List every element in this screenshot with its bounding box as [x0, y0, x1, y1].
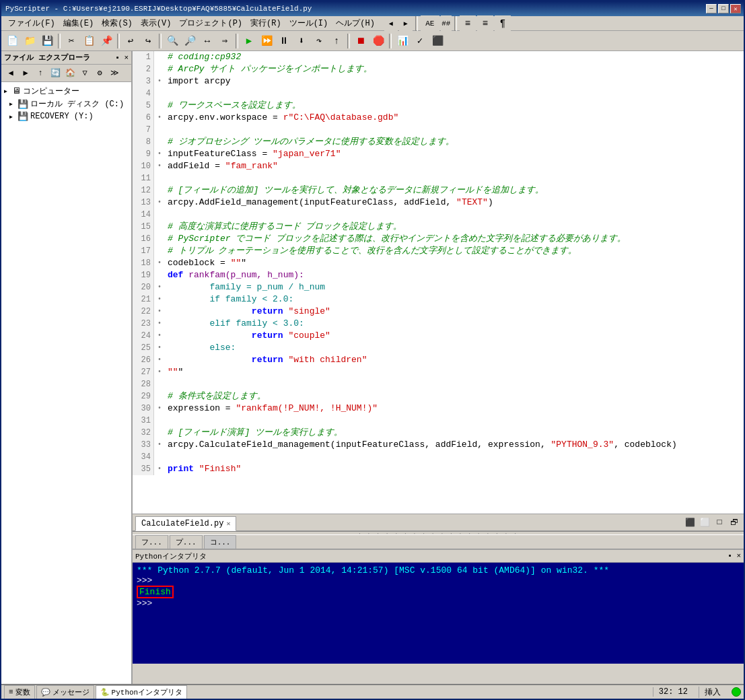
- tb-open[interactable]: 📁: [22, 33, 38, 49]
- status-tab-python[interactable]: 🐍 Pythonインタプリタ: [96, 685, 188, 699]
- fe-more2[interactable]: ≫: [108, 67, 121, 80]
- tb-step[interactable]: ⬇: [293, 33, 310, 49]
- tree-item-recovery[interactable]: ▶ 💾 RECOVERY (Y:): [1, 110, 131, 123]
- line-content-11: [165, 172, 744, 184]
- menu-view[interactable]: 表示(V): [137, 16, 176, 30]
- tb-goto[interactable]: ⇒: [217, 33, 233, 49]
- line-number-1: 1: [133, 51, 154, 63]
- code-line-20: 20• family = p_num / h_num: [133, 281, 744, 293]
- code-line-35: 35•print "Finish": [133, 463, 744, 475]
- tb-paste[interactable]: 📌: [98, 33, 114, 49]
- line-bullet-6: •: [154, 112, 165, 124]
- toolbar-btn-list1[interactable]: ≡: [460, 15, 476, 32]
- tb-stop[interactable]: ⏹: [353, 33, 369, 49]
- line-content-33: arcpy.CalculateField_management(inputFea…: [165, 439, 744, 451]
- menu-project[interactable]: プロジェクト(P): [175, 16, 246, 30]
- tb-redo[interactable]: ↪: [140, 33, 156, 49]
- close-button[interactable]: ✕: [730, 4, 741, 13]
- python-console[interactable]: *** Python 2.7.7 (default, Jun 1 2014, 1…: [133, 563, 744, 664]
- menu-help[interactable]: ヘルプ(H): [332, 16, 379, 30]
- python-console-pin[interactable]: ▪ ×: [728, 552, 741, 560]
- fe-filter[interactable]: ▽: [78, 67, 92, 80]
- line-number-13: 13: [133, 197, 154, 209]
- tb-debug[interactable]: ⏩: [258, 33, 275, 49]
- editor-panel-btn-2[interactable]: ⬜: [698, 516, 711, 529]
- fe-refresh[interactable]: 🔄: [48, 67, 62, 80]
- editor-panel-btn-3[interactable]: □: [713, 516, 726, 529]
- tb-copy[interactable]: 📋: [81, 33, 97, 49]
- nav-forward-button[interactable]: ▶: [399, 16, 413, 31]
- toolbar-btn-b[interactable]: ##: [441, 15, 452, 32]
- tb-sep-6: [389, 34, 392, 48]
- code-line-29: 29# 条件式を設定します。: [133, 390, 744, 403]
- tb-more[interactable]: ⬛: [429, 33, 446, 49]
- code-line-18: 18•codeblock = """: [133, 257, 744, 269]
- line-content-3: import arcpy: [165, 75, 744, 88]
- tb-search2[interactable]: 🔎: [182, 33, 198, 49]
- tb-stop2[interactable]: 🛑: [370, 33, 386, 49]
- status-tab-variables[interactable]: ≡ 変数: [4, 685, 35, 699]
- bottom-tab-p[interactable]: プ...: [170, 535, 203, 549]
- menu-run[interactable]: 実行(R): [246, 16, 285, 30]
- fe-back[interactable]: ◀: [4, 67, 17, 80]
- fe-forward[interactable]: ▶: [19, 67, 32, 80]
- tree-item-computer[interactable]: ▶ 🖥 コンピューター: [1, 85, 131, 98]
- tree-toggle-computer[interactable]: ▶: [4, 88, 12, 94]
- line-content-14: [165, 209, 744, 221]
- tb-pause[interactable]: ⏸: [276, 33, 292, 49]
- menu-edit[interactable]: 編集(E): [59, 16, 98, 30]
- file-explorer-pin[interactable]: ▪ ×: [115, 54, 129, 62]
- line-number-9: 9: [133, 148, 154, 160]
- line-bullet-20: •: [154, 281, 165, 293]
- fe-home[interactable]: 🏠: [63, 67, 77, 80]
- bottom-tab-f[interactable]: フ...: [135, 535, 168, 549]
- toolbar-btn-a[interactable]: AE: [421, 15, 439, 32]
- tb-profile[interactable]: 📊: [394, 33, 411, 49]
- tab-close-icon[interactable]: ✕: [226, 520, 230, 528]
- toolbar-btn-list2[interactable]: ≡: [477, 15, 493, 32]
- title-bar-buttons: — □ ✕: [706, 4, 741, 13]
- tree-toggle-local-c[interactable]: ▶: [9, 101, 17, 107]
- file-explorer-header: ファイル エクスプローラ ▪ ×: [1, 51, 131, 65]
- fe-up[interactable]: ↑: [34, 67, 47, 80]
- line-number-35: 35: [133, 463, 154, 475]
- variables-icon: ≡: [9, 688, 13, 696]
- tree-toggle-recovery[interactable]: ▶: [9, 114, 17, 120]
- maximize-button[interactable]: □: [718, 4, 729, 13]
- tree-item-local-c[interactable]: ▶ 💾 ローカル ディスク (C:): [1, 98, 131, 110]
- tb-undo[interactable]: ↩: [122, 33, 139, 49]
- editor-panel-btn-1[interactable]: ⬛: [683, 516, 697, 529]
- status-dot: [732, 687, 741, 697]
- tab-calculate-field[interactable]: CalculateField.py ✕: [135, 516, 236, 531]
- tb-cut[interactable]: ✂: [63, 33, 79, 49]
- tb-save[interactable]: 💾: [39, 33, 55, 49]
- menu-file[interactable]: ファイル(F): [4, 16, 59, 30]
- tb-stepout[interactable]: ↑: [328, 33, 345, 49]
- menu-search[interactable]: 検索(S): [98, 16, 137, 30]
- tb-search[interactable]: 🔍: [164, 33, 180, 49]
- python-finish-text: Finish: [137, 586, 174, 598]
- line-bullet-32: [154, 427, 165, 439]
- menu-tools[interactable]: ツール(I): [285, 16, 332, 30]
- fe-properties[interactable]: ⚙: [93, 67, 106, 80]
- status-tab-messages[interactable]: 💬 メッセージ: [36, 685, 94, 699]
- code-line-25: 25• else:: [133, 342, 744, 354]
- toolbar-btn-para[interactable]: ¶: [495, 15, 511, 32]
- minimize-button[interactable]: —: [706, 4, 717, 13]
- toolbar-separator-nav: [415, 16, 418, 31]
- recovery-icon: 💾: [17, 111, 28, 122]
- line-content-20: family = p_num / h_num: [165, 281, 744, 293]
- tb-stepover[interactable]: ↷: [311, 33, 327, 49]
- tb-run[interactable]: ▶: [241, 33, 257, 49]
- computer-icon: 🖥: [12, 86, 21, 96]
- tb-replace[interactable]: ↔: [199, 33, 215, 49]
- tb-check[interactable]: ✓: [412, 33, 428, 49]
- editor-panel-btn-4[interactable]: 🗗: [728, 516, 741, 529]
- bottom-tab-c[interactable]: コ...: [204, 535, 237, 549]
- code-line-3: 3•import arcpy: [133, 75, 744, 88]
- tb-new[interactable]: 📄: [4, 33, 20, 49]
- python-prompt2-line: >>>: [137, 598, 740, 608]
- code-editor[interactable]: 1# coding:cp9322# ArcPy サイト パッケージをインポートし…: [133, 51, 744, 514]
- line-content-29: # 条件式を設定します。: [165, 390, 744, 403]
- nav-back-button[interactable]: ◀: [384, 16, 398, 31]
